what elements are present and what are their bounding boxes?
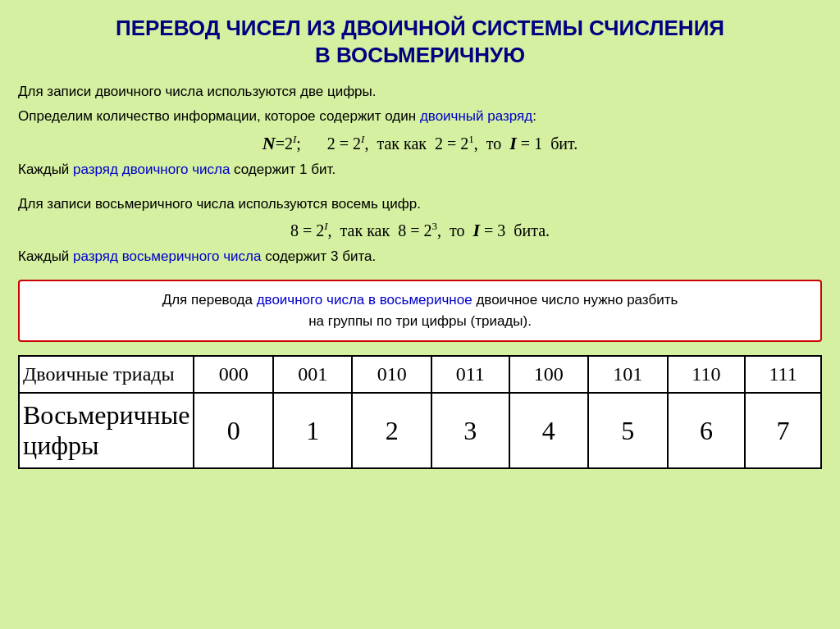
octal-cell-4: 4 [509, 393, 589, 468]
binary-cell-3: 011 [431, 356, 509, 393]
highlight-box: Для перевода двоичного числа в восьмерич… [18, 280, 822, 343]
binary-cell-4: 100 [509, 356, 589, 393]
paragraph-5: Каждый разряд восьмеричного числа содерж… [18, 246, 822, 267]
conversion-table: Двоичные триады 000 001 010 011 100 101 … [18, 355, 822, 469]
conversion-table-wrapper: Двоичные триады 000 001 010 011 100 101 … [18, 355, 822, 469]
paragraph-2: Определим количество информации, которое… [18, 106, 822, 127]
binary-cell-5: 101 [588, 356, 668, 393]
octal-cell-2: 2 [352, 393, 431, 468]
paragraph-4: Для записи восьмеричного числа использую… [18, 194, 822, 215]
formula-1: N=2I; 2 = 2I, так как 2 = 21, то I = 1 б… [18, 133, 822, 154]
octal-cell-7: 7 [745, 393, 821, 468]
octal-cell-5: 5 [588, 393, 668, 468]
formula-2: 8 = 2I, так как 8 = 23, то I = 3 бита. [18, 220, 822, 241]
binary-cell-1: 001 [273, 356, 353, 393]
binary-cell-2: 010 [352, 356, 431, 393]
binary-row-label: Двоичные триады [19, 356, 194, 393]
octal-row: Восьмеричные цифры 0 1 2 3 4 5 6 7 [19, 393, 821, 468]
page-title: ПЕРЕВОД ЧИСЕЛ ИЗ ДВОИЧНОЙ СИСТЕМЫ СЧИСЛЕ… [18, 15, 822, 68]
binary-row: Двоичные триады 000 001 010 011 100 101 … [19, 356, 821, 393]
octal-cell-0: 0 [194, 393, 273, 468]
page: ПЕРЕВОД ЧИСЕЛ ИЗ ДВОИЧНОЙ СИСТЕМЫ СЧИСЛЕ… [0, 0, 840, 629]
octal-cell-1: 1 [273, 393, 353, 468]
binary-cell-7: 111 [745, 356, 821, 393]
octal-cell-3: 3 [431, 393, 509, 468]
binary-cell-6: 110 [668, 356, 746, 393]
paragraph-1: Для записи двоичного числа используются … [18, 81, 822, 103]
octal-cell-6: 6 [668, 393, 746, 468]
binary-cell-0: 000 [194, 356, 273, 393]
octal-row-label: Восьмеричные цифры [19, 393, 194, 468]
paragraph-3: Каждый разряд двоичного числа содержит 1… [18, 159, 822, 180]
